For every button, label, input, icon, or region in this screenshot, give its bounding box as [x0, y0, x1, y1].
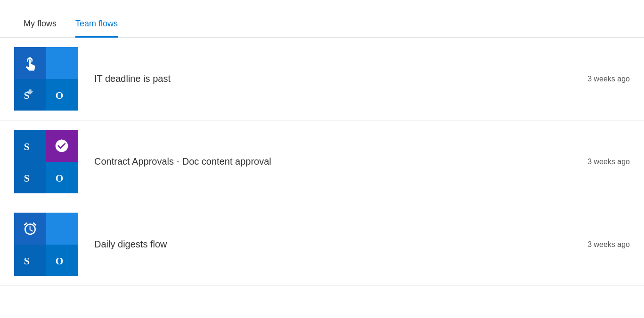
svg-text:S: S [24, 173, 29, 184]
flow-name: IT deadline is past [94, 73, 578, 84]
flow-item[interactable]: S S O Contract Ap [0, 120, 644, 203]
svg-text:S: S [24, 256, 29, 267]
flow-icon: S S O [14, 130, 78, 193]
flow-list: S O IT deadline is past 3 weeks ago S [0, 38, 644, 286]
tabs-container: My flows Team flows [0, 0, 644, 38]
flow-item[interactable]: S O IT deadline is past 3 weeks ago [0, 38, 644, 120]
svg-text:O: O [56, 173, 64, 184]
flow-icon: S O [14, 213, 78, 276]
flow-name: Daily digests flow [94, 239, 578, 250]
svg-text:O: O [56, 256, 64, 267]
flow-time: 3 weeks ago [587, 240, 630, 249]
flow-time: 3 weeks ago [587, 158, 630, 166]
flow-time: 3 weeks ago [587, 75, 630, 83]
tab-team-flows[interactable]: Team flows [66, 19, 127, 37]
flow-item[interactable]: S O Daily digests flow 3 weeks ago [0, 203, 644, 286]
svg-text:S: S [24, 141, 29, 152]
svg-text:O: O [56, 90, 64, 102]
tab-my-flows[interactable]: My flows [14, 19, 66, 37]
flow-name: Contract Approvals - Doc content approva… [94, 156, 578, 167]
flow-icon: S O [14, 47, 78, 111]
